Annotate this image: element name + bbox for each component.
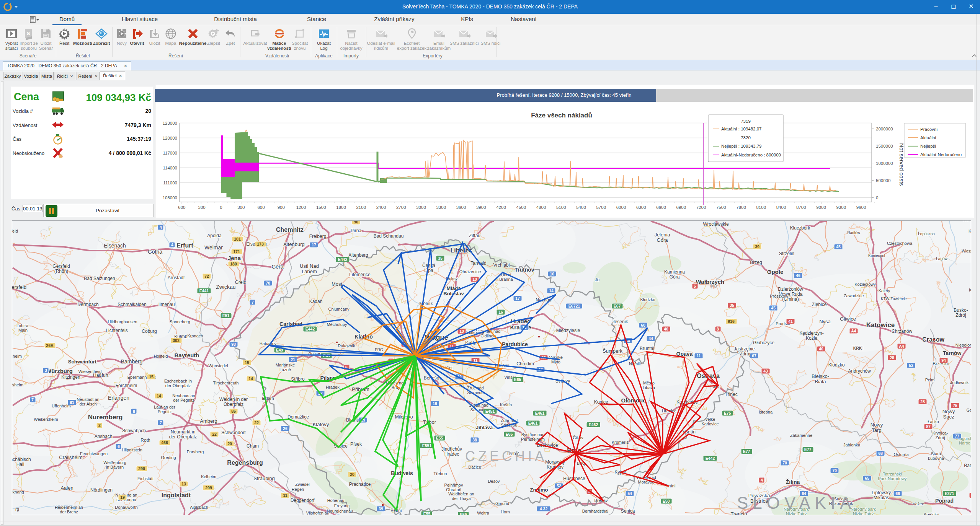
svg-text:40: 40 xyxy=(664,327,668,331)
svg-text:5700: 5700 xyxy=(596,205,606,210)
svg-text:10: 10 xyxy=(459,329,464,334)
svg-text:E65: E65 xyxy=(506,432,513,436)
svg-text:Zdrój: Zdrój xyxy=(956,313,966,318)
svg-text:60: 60 xyxy=(641,323,645,327)
svg-text:Włoszczowa: Włoszczowa xyxy=(962,249,971,253)
svg-text:Niepołomice: Niepołomice xyxy=(956,343,971,347)
svg-text:117000: 117000 xyxy=(163,151,177,155)
svg-text:7500: 7500 xyxy=(716,205,726,210)
svg-text:0: 0 xyxy=(876,195,878,200)
svg-text:-300: -300 xyxy=(197,205,206,210)
svg-text:Hilpoltstein: Hilpoltstein xyxy=(122,448,142,452)
svg-text:11: 11 xyxy=(283,493,287,498)
svg-text:Ľubovňa: Ľubovňa xyxy=(928,456,944,461)
svg-text:Liptovský: Liptovský xyxy=(872,490,891,495)
svg-text:KRK: KRK xyxy=(853,346,862,350)
svg-text:Branna: Branna xyxy=(499,277,513,282)
svg-text:heim: heim xyxy=(13,354,22,358)
svg-text:Parsberg: Parsberg xyxy=(187,449,204,454)
svg-text:Istebna: Istebna xyxy=(759,410,773,414)
svg-text:2700: 2700 xyxy=(396,205,406,210)
svg-text:Pirna: Pirna xyxy=(351,228,361,233)
svg-text:54: 54 xyxy=(627,491,632,496)
svg-text:S: S xyxy=(27,31,30,36)
svg-text:5400: 5400 xyxy=(576,205,586,210)
svg-text:A4: A4 xyxy=(899,344,904,348)
svg-text:Nowy: Nowy xyxy=(871,422,883,428)
svg-text:Wiesentheid: Wiesentheid xyxy=(78,369,102,374)
svg-text:14: 14 xyxy=(157,394,161,398)
svg-text:14: 14 xyxy=(549,288,554,293)
svg-text:Gorlice: Gorlice xyxy=(967,408,971,412)
svg-text:Weimar: Weimar xyxy=(204,244,223,251)
svg-text:Gera: Gera xyxy=(271,264,283,270)
svg-text:Koniecpol: Koniecpol xyxy=(868,254,885,258)
svg-text:2: 2 xyxy=(98,423,101,428)
svg-text:Bernhardsthal: Bernhardsthal xyxy=(582,509,609,513)
svg-text:Narod: Narod xyxy=(959,441,970,445)
svg-text:Nizke Tatry: Nizke Tatry xyxy=(853,511,874,515)
svg-text:Targ: Targ xyxy=(872,427,881,433)
svg-text:Altenburg: Altenburg xyxy=(283,241,305,247)
svg-text:Coburg: Coburg xyxy=(142,329,157,334)
svg-text:8: 8 xyxy=(133,409,135,414)
svg-text:der Oberpfalz: der Oberpfalz xyxy=(165,383,191,388)
svg-text:39: 39 xyxy=(755,244,760,249)
svg-text:Zwiesel: Zwiesel xyxy=(295,482,309,487)
svg-text:Zwickau: Zwickau xyxy=(216,284,235,290)
svg-text:fsheim: fsheim xyxy=(12,383,23,387)
svg-text:4800: 4800 xyxy=(536,205,546,210)
svg-text:Velké: Velké xyxy=(705,417,715,422)
svg-text:Katowice: Katowice xyxy=(866,321,895,329)
svg-text:E65: E65 xyxy=(514,377,521,382)
svg-text:Koziegłowy: Koziegłowy xyxy=(854,282,876,287)
svg-text:Oberpfalz: Oberpfalz xyxy=(224,402,243,407)
svg-text:Busko-: Busko- xyxy=(954,308,968,313)
svg-text:cknang: cknang xyxy=(12,490,24,494)
svg-text:8400: 8400 xyxy=(776,205,786,210)
svg-text:28: 28 xyxy=(920,399,925,404)
svg-text:Kłodzko: Kłodzko xyxy=(640,297,655,302)
svg-text:7: 7 xyxy=(160,420,162,425)
svg-text:Würzburg: Würzburg xyxy=(46,368,73,374)
svg-text:916: 916 xyxy=(728,319,735,324)
svg-text:Kamienna: Kamienna xyxy=(664,269,685,275)
svg-text:KTW Zawiercie: KTW Zawiercie xyxy=(881,297,907,301)
svg-text:17: 17 xyxy=(515,296,520,301)
svg-text:Góra: Góra xyxy=(670,274,680,280)
svg-text:5100: 5100 xyxy=(556,205,566,210)
svg-text:81: 81 xyxy=(70,400,74,405)
svg-text:Mikuláš: Mikuláš xyxy=(874,495,889,500)
svg-text:85: 85 xyxy=(231,409,236,414)
svg-text:Zdrój: Zdrój xyxy=(935,435,945,440)
svg-text:Jodłownik: Jodłownik xyxy=(950,380,969,385)
svg-text:1800: 1800 xyxy=(336,205,346,210)
svg-text:Apolda: Apolda xyxy=(207,233,222,238)
svg-text:Bielsko-: Bielsko- xyxy=(812,373,829,379)
svg-text:E75: E75 xyxy=(724,411,731,415)
svg-text:173: 173 xyxy=(257,242,264,246)
svg-text:Habartov: Habartov xyxy=(260,341,277,346)
svg-text:E371: E371 xyxy=(945,491,954,496)
svg-text:3: 3 xyxy=(45,368,47,373)
svg-text:Zawadzkie: Zawadzkie xyxy=(844,293,864,298)
svg-text:3000: 3000 xyxy=(416,205,426,210)
svg-text:9600: 9600 xyxy=(856,205,866,210)
svg-text:94: 94 xyxy=(941,358,946,363)
svg-text:Jindřichův: Jindřichův xyxy=(441,446,462,452)
svg-text:123000: 123000 xyxy=(163,121,177,125)
svg-text:Neureichenau: Neureichenau xyxy=(327,509,353,513)
svg-text:der Thaya: der Thaya xyxy=(452,496,471,501)
svg-text:Lázně: Lázně xyxy=(279,367,291,372)
svg-text:39: 39 xyxy=(379,506,383,511)
svg-text:Andrychów: Andrychów xyxy=(848,368,871,374)
svg-text:Krynica-: Krynica- xyxy=(933,431,948,435)
svg-text:Bardejov: Bardejov xyxy=(964,463,971,468)
svg-text:Žilina: Žilina xyxy=(786,479,800,485)
svg-text:13: 13 xyxy=(181,482,186,486)
svg-text:Most: Most xyxy=(332,281,343,287)
svg-text:Lichtenfels: Lichtenfels xyxy=(106,328,127,333)
svg-text:22: 22 xyxy=(212,432,217,436)
svg-text:8100: 8100 xyxy=(756,205,766,210)
svg-text:500000: 500000 xyxy=(876,178,890,183)
